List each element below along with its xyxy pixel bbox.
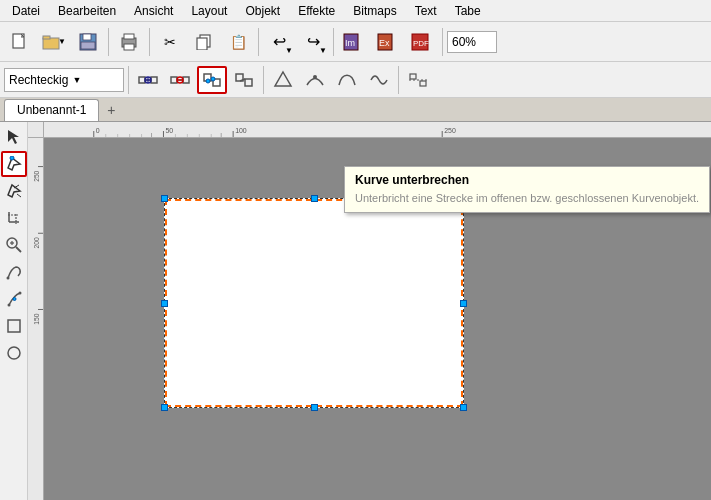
export-button[interactable]: Ex bbox=[372, 26, 404, 58]
node-tool[interactable] bbox=[1, 151, 27, 177]
svg-point-57 bbox=[18, 292, 21, 295]
menu-bitmaps[interactable]: Bitmaps bbox=[345, 2, 404, 20]
break-curve-button[interactable] bbox=[197, 66, 227, 94]
cut-button[interactable]: ✂ bbox=[154, 26, 186, 58]
svg-rect-18 bbox=[151, 77, 157, 83]
copy-button[interactable] bbox=[188, 26, 220, 58]
cusp-node-button[interactable] bbox=[268, 66, 298, 94]
pdf-button[interactable]: PDF bbox=[406, 26, 438, 58]
ruler-vertical: 250 200 150 bbox=[28, 138, 44, 500]
handle-top-left[interactable] bbox=[161, 195, 168, 202]
crop-tool[interactable] bbox=[1, 205, 27, 231]
svg-point-37 bbox=[313, 75, 317, 79]
shape-select-arrow-icon: ▼ bbox=[72, 75, 81, 85]
menu-datei[interactable]: Datei bbox=[4, 2, 48, 20]
handle-bottom-left[interactable] bbox=[161, 404, 168, 411]
svg-rect-8 bbox=[124, 44, 134, 50]
pen-tool[interactable] bbox=[1, 286, 27, 312]
tooltip-title: Kurve unterbrechen bbox=[355, 173, 699, 187]
svg-marker-36 bbox=[275, 72, 291, 86]
handle-bottom-mid[interactable] bbox=[311, 404, 318, 411]
tab-add-button[interactable]: + bbox=[101, 100, 121, 120]
ruler-horizontal: 0 50 100 250 bbox=[44, 122, 711, 138]
svg-point-58 bbox=[13, 298, 16, 301]
svg-text:50: 50 bbox=[165, 127, 173, 134]
transform-tool[interactable] bbox=[1, 178, 27, 204]
menu-effekte[interactable]: Effekte bbox=[290, 2, 343, 20]
canvas-area[interactable]: 0 50 100 250 bbox=[28, 122, 711, 500]
node-toolbar: Rechteckig ▼ bbox=[0, 62, 711, 98]
svg-text:150: 150 bbox=[33, 313, 40, 324]
join-nodes-button[interactable] bbox=[229, 66, 259, 94]
svg-rect-4 bbox=[83, 34, 91, 40]
save-button[interactable] bbox=[72, 26, 104, 58]
tooltip-text: Unterbricht eine Strecke im offenen bzw.… bbox=[355, 191, 699, 206]
new-button[interactable] bbox=[4, 26, 36, 58]
svg-rect-24 bbox=[183, 77, 189, 83]
paste-button[interactable]: 📋 bbox=[222, 26, 254, 58]
handle-top-mid[interactable] bbox=[311, 195, 318, 202]
handle-left-mid[interactable] bbox=[161, 300, 168, 307]
menu-text[interactable]: Text bbox=[407, 2, 445, 20]
menu-tabe[interactable]: Tabe bbox=[447, 2, 489, 20]
svg-text:250: 250 bbox=[444, 127, 456, 134]
tab-label: Unbenannt-1 bbox=[17, 103, 86, 117]
svg-point-31 bbox=[206, 79, 210, 83]
zoom-tool[interactable] bbox=[1, 232, 27, 258]
menu-bearbeiten[interactable]: Bearbeiten bbox=[50, 2, 124, 20]
open-button[interactable]: ▼ bbox=[38, 26, 70, 58]
print-button[interactable] bbox=[113, 26, 145, 58]
align-nodes-button[interactable] bbox=[403, 66, 433, 94]
ns-sep-3 bbox=[398, 66, 399, 94]
canvas-page bbox=[164, 198, 464, 408]
menu-ansicht[interactable]: Ansicht bbox=[126, 2, 181, 20]
menubar: Datei Bearbeiten Ansicht Layout Objekt E… bbox=[0, 0, 711, 22]
add-node-button[interactable] bbox=[133, 66, 163, 94]
svg-text:0: 0 bbox=[96, 127, 100, 134]
select-tool[interactable] bbox=[1, 124, 27, 150]
undo-button[interactable]: ↩ ▼ bbox=[263, 26, 295, 58]
shape-tool[interactable] bbox=[1, 313, 27, 339]
svg-rect-23 bbox=[171, 77, 177, 83]
redo-button[interactable]: ↪ ▼ bbox=[297, 26, 329, 58]
remove-node-button[interactable] bbox=[165, 66, 195, 94]
freehand-tool[interactable] bbox=[1, 259, 27, 285]
svg-rect-17 bbox=[139, 77, 145, 83]
svg-point-43 bbox=[10, 156, 14, 160]
svg-point-60 bbox=[8, 347, 20, 359]
svg-rect-10 bbox=[197, 38, 207, 50]
symmetric-node-button[interactable] bbox=[332, 66, 362, 94]
svg-text:Im: Im bbox=[345, 38, 355, 48]
handle-right-mid[interactable] bbox=[460, 300, 467, 307]
svg-line-46 bbox=[17, 194, 21, 197]
ruler-corner bbox=[28, 122, 44, 138]
zoom-input[interactable]: 60% bbox=[447, 31, 497, 53]
menu-objekt[interactable]: Objekt bbox=[237, 2, 288, 20]
canvas-background[interactable]: Kurve unterbrechen Unterbricht eine Stre… bbox=[44, 138, 711, 500]
main-toolbar: ▼ ✂ 📋 ↩ ▼ ↪ ▼ Im bbox=[0, 22, 711, 62]
separator-5 bbox=[442, 28, 443, 56]
zoom-value: 60% bbox=[452, 35, 476, 49]
elastic-button[interactable] bbox=[364, 66, 394, 94]
import-button[interactable]: Im bbox=[338, 26, 370, 58]
shape-select-value: Rechteckig bbox=[9, 73, 68, 87]
menu-layout[interactable]: Layout bbox=[183, 2, 235, 20]
svg-rect-39 bbox=[420, 81, 426, 86]
handle-bottom-right[interactable] bbox=[460, 404, 467, 411]
svg-text:Ex: Ex bbox=[379, 38, 390, 48]
svg-point-32 bbox=[211, 77, 215, 81]
shape-select[interactable]: Rechteckig ▼ bbox=[4, 68, 124, 92]
svg-line-52 bbox=[16, 247, 21, 252]
smooth-node-button[interactable] bbox=[300, 66, 330, 94]
ns-sep-2 bbox=[263, 66, 264, 94]
separator-2 bbox=[149, 28, 150, 56]
main-area: 0 50 100 250 bbox=[0, 122, 711, 500]
separator-1 bbox=[108, 28, 109, 56]
svg-rect-38 bbox=[410, 74, 416, 79]
tab-unbenannt-1[interactable]: Unbenannt-1 bbox=[4, 99, 99, 121]
separator-3 bbox=[258, 28, 259, 56]
ellipse-tool[interactable] bbox=[1, 340, 27, 366]
svg-rect-61 bbox=[44, 122, 711, 137]
svg-marker-42 bbox=[8, 158, 20, 170]
tabbar: Unbenannt-1 + bbox=[0, 98, 711, 122]
